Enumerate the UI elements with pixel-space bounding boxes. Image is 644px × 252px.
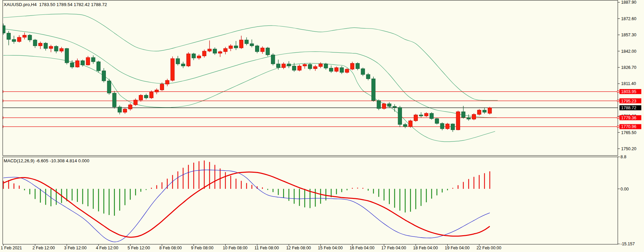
current-price-badge-label: 1788.72 xyxy=(621,106,636,110)
price-level-badge-label: 1795.23 xyxy=(621,99,636,103)
candle xyxy=(414,114,417,122)
time-tick-label: 15 Feb 04:00 xyxy=(318,246,343,250)
time-tick-label: 3 Feb 12:00 xyxy=(64,246,87,250)
time-tick-label: 16 Feb 04:00 xyxy=(350,246,374,250)
symbol-title: XAUUSD.pro,H4 1783.50 1789.54 1782.42 17… xyxy=(4,2,107,7)
price-level-badge-label: 1803.95 xyxy=(621,89,636,94)
price-tick-label: 1872.60 xyxy=(621,16,636,21)
candle xyxy=(113,91,116,109)
chart-canvas[interactable]: 1887.901872.601857.301842.001826.701811.… xyxy=(0,0,644,252)
chart-background xyxy=(0,0,644,252)
candle xyxy=(86,56,90,65)
macd-indicator-label: MACD(12,26,9) -6.605 -10.308 4.814 0.000 xyxy=(4,158,89,163)
time-tick-label: 17 Feb 04:00 xyxy=(381,246,406,250)
macd-histogram-dot xyxy=(352,188,353,189)
macd-histogram-dot xyxy=(146,189,147,190)
time-tick-label: 22 Feb 00:00 xyxy=(477,246,501,250)
hline-right-handle[interactable] xyxy=(617,126,619,127)
macd-tick-label: -15.157 xyxy=(620,242,635,246)
candle xyxy=(107,79,111,94)
time-tick-label: 9 Feb 08:00 xyxy=(191,246,213,250)
hline-right-handle[interactable] xyxy=(617,91,619,92)
time-tick-label: 2 Feb 12:00 xyxy=(32,246,55,250)
candle xyxy=(187,52,190,67)
candle xyxy=(456,111,460,130)
candle xyxy=(430,112,434,120)
time-tick-label: 5 Feb 12:00 xyxy=(128,246,150,250)
time-tick-label: 1 Feb 2021 xyxy=(1,246,22,250)
candle xyxy=(409,120,412,128)
macd-histogram-dot xyxy=(362,188,363,189)
candle xyxy=(377,99,380,110)
candle xyxy=(472,113,476,120)
macd-tick-label: 0.00 xyxy=(620,187,629,192)
candle xyxy=(477,109,481,116)
candle xyxy=(65,48,69,65)
time-tick-label: 8 Feb 08:00 xyxy=(159,246,182,250)
candle xyxy=(97,61,100,73)
chart-window: 1887.901872.601857.301842.001826.701811.… xyxy=(0,0,644,252)
candle xyxy=(271,53,275,65)
candle xyxy=(398,106,402,127)
price-tick-label: 1765.50 xyxy=(621,130,636,135)
candle xyxy=(435,118,439,125)
time-tick-label: 19 Feb 04:00 xyxy=(445,246,470,250)
macd-histogram-dot xyxy=(452,188,453,189)
candle xyxy=(488,107,492,115)
price-tick-label: 1811.40 xyxy=(621,81,636,86)
hline-right-handle[interactable] xyxy=(617,117,619,119)
price-tick-label: 1857.30 xyxy=(621,33,636,37)
macd-histogram-dot xyxy=(357,188,358,189)
candle xyxy=(382,103,386,110)
price-tick-label: 1887.90 xyxy=(621,0,636,5)
candle xyxy=(266,47,270,56)
price-level-badge-label: 1770.96 xyxy=(621,124,636,129)
time-tick-label: 10 Feb 08:00 xyxy=(223,246,248,250)
time-tick-label: 4 Feb 12:00 xyxy=(96,246,118,250)
time-tick-label: 12 Feb 08:00 xyxy=(286,246,311,250)
candle xyxy=(372,77,375,101)
macd-tick-label: 8.8 xyxy=(620,155,626,159)
price-tick-label: 1842.00 xyxy=(621,49,636,54)
price-tick-label: 1750.20 xyxy=(621,146,636,151)
price-tick-label: 1826.70 xyxy=(621,65,636,70)
candle xyxy=(446,123,449,130)
time-tick-label: 11 Feb 08:00 xyxy=(254,246,279,250)
time-tick-label: 18 Feb 04:00 xyxy=(413,246,438,250)
price-level-badge-label: 1779.36 xyxy=(621,116,636,120)
hline-right-handle[interactable] xyxy=(617,100,619,102)
candle xyxy=(171,56,174,81)
